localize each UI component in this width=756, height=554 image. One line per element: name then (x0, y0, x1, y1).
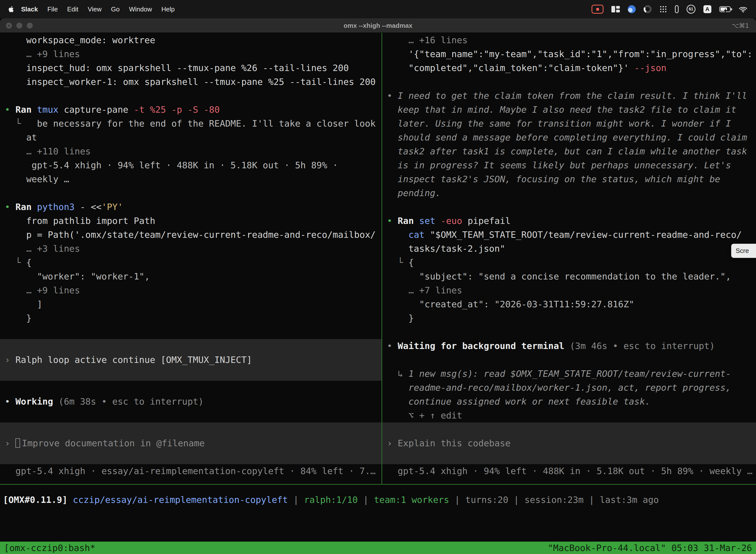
menu-bar: Slack File Edit View Go Window Help 61 A (0, 0, 756, 18)
menu-edit[interactable]: Edit (63, 5, 83, 13)
terminal-line: task2 after task1 is complete, but can I… (382, 145, 756, 158)
menu-window[interactable]: Window (124, 5, 156, 13)
text-segment: | (358, 495, 374, 505)
terminal-line (382, 200, 756, 214)
text-segment: { (26, 258, 32, 268)
dots-grid-icon[interactable] (659, 5, 667, 13)
text-segment: keep that in mind. Maybe I also need the… (387, 105, 737, 115)
text-segment: --json (634, 63, 667, 73)
menu-file[interactable]: File (43, 5, 63, 13)
text-segment: › (5, 355, 15, 365)
text-segment: set (419, 216, 441, 226)
text-segment: inspect_worker-1: omx sparkshell --tmux-… (5, 77, 376, 87)
terminal-pane-right[interactable]: … +16 lines '{"team_name":"my-team","tas… (382, 33, 756, 484)
text-segment: (3m 46s • esc to interrupt) (570, 341, 715, 351)
terminal-line: └ { (0, 256, 381, 270)
terminal-line (0, 423, 381, 436)
terminal-line: p = Path('.omx/state/team/review-current… (0, 228, 381, 242)
text-segment: { (408, 258, 414, 268)
pane-divider-horizontal[interactable] (0, 484, 756, 485)
dark-swirl-icon[interactable] (644, 5, 651, 13)
capsule-icon[interactable] (675, 5, 679, 13)
text-segment: … +7 lines (387, 285, 462, 295)
text-segment: └ (5, 118, 37, 128)
text-segment: └ (5, 258, 26, 268)
ran-python-line: • Ran python3 - <<'PY' (0, 200, 381, 214)
wifi-icon[interactable] (739, 6, 748, 13)
terminal-line (0, 381, 381, 395)
terminal-line: ] (0, 297, 381, 311)
waiting-status-line: • Waiting for background terminal (3m 46… (382, 339, 756, 353)
prompt-input-line[interactable]: › Improve documentation in @filename (0, 436, 381, 450)
terminal-line: pending. (382, 186, 756, 200)
terminal-line (382, 353, 756, 367)
text-segment: be necessary for the end of the README. … (37, 118, 376, 128)
text-segment: "created_at": "2026-03-31T11:59:27.816Z" (387, 299, 634, 309)
terminal-line: } (382, 311, 756, 325)
window-tiling-icon[interactable] (611, 6, 620, 12)
letter-a-badge-icon[interactable]: A (703, 5, 711, 13)
text-segment: continue assigned work or next feasible … (387, 396, 650, 406)
text-segment: task2 after task1 is complete, but can I… (387, 146, 747, 156)
suggestion-line[interactable]: › Explain this codebase (382, 436, 756, 450)
text-segment: (6m 38s • esc to interrupt) (59, 396, 204, 406)
text-segment: I need to get the claim token from the c… (397, 91, 747, 101)
window-shortcut-badge: ⌥⌘1 (732, 18, 749, 33)
menu-app-name[interactable]: Slack (16, 5, 43, 13)
text-segment: "$OMX_TEAM_STATE_ROOT/team/review-curren… (430, 230, 742, 240)
terminal-line: continue assigned work or next feasible … (382, 395, 756, 408)
text-segment: … +110 lines (5, 146, 91, 156)
text-segment: … +9 lines (5, 285, 80, 295)
mailbox-message-line: ↳ 1 new msg(s): read $OMX_TEAM_STATE_ROO… (382, 367, 756, 381)
text-segment: "completed","claim_token":"claim-token"}… (387, 63, 634, 73)
text-segment: | (288, 495, 304, 505)
terminal-line: weekly … (0, 172, 381, 186)
tmux-host-clock-label: "MacBook-Pro-44.local" 05:03 31-Mar-26 (548, 543, 752, 553)
text-segment: • (5, 202, 15, 212)
screen-recording-indicator-icon[interactable] (591, 5, 604, 14)
terminal-line (0, 408, 381, 423)
apple-menu-icon[interactable] (8, 6, 14, 13)
text-segment: -euo (441, 216, 467, 226)
menu-help[interactable]: Help (157, 5, 179, 13)
text-segment: at (5, 132, 37, 143)
text-segment: | (584, 495, 600, 505)
record-dot-icon (596, 8, 599, 11)
text-segment: capture-pane (64, 105, 134, 115)
terminal-line (0, 367, 381, 381)
menu-go[interactable]: Go (107, 5, 125, 13)
window-title-bar[interactable]: × omx --xhigh --madmax ⌥⌘1 (0, 18, 756, 33)
battery-charging-icon[interactable] (719, 6, 731, 12)
text-segment: Ran (15, 105, 37, 115)
text-segment: Ran (397, 216, 419, 226)
screenshot-toast[interactable]: Scre (731, 244, 756, 258)
text-segment: cat (408, 230, 430, 240)
text-segment: "subject": "send a concise recommendatio… (387, 271, 731, 281)
text-segment: python3 (37, 202, 80, 212)
menu-view[interactable]: View (83, 5, 107, 13)
meter-61-icon[interactable]: 61 (687, 5, 695, 14)
text-segment: session:23m (524, 495, 583, 505)
terminal-line (0, 186, 381, 200)
blue-app-icon[interactable] (628, 5, 636, 13)
text-segment: tmux (37, 105, 64, 115)
terminal-line: └ { (382, 256, 756, 270)
text-segment: • (387, 91, 397, 101)
text-segment: inspect task2's JSON, focusing on the st… (387, 174, 720, 184)
ran-tmux-line: • Ran tmux capture-pane -t %25 -p -S -80 (0, 103, 381, 117)
text-segment: is in progress? It seems likely but perh… (387, 160, 731, 170)
terminal-pane-left[interactable]: workspace_mode: worktree … +9 lines insp… (0, 33, 381, 484)
text-segment: Working (15, 396, 58, 406)
terminal-window: × omx --xhigh --madmax ⌥⌘1 workspace_mod… (0, 18, 756, 554)
terminal-line: └ be necessary for the end of the README… (0, 117, 381, 130)
text-segment: 1 new msg(s): read $OMX_TEAM_STATE_ROOT/… (408, 369, 731, 379)
terminal-line (0, 339, 381, 353)
terminal-line: inspect_worker-1: omx sparkshell --tmux-… (0, 75, 381, 89)
terminal-line: "created_at": "2026-03-31T11:59:27.816Z" (382, 297, 756, 311)
text-segment: pipefail (467, 216, 510, 226)
text-segment: Waiting for background terminal (397, 341, 570, 351)
text-segment: } (5, 313, 32, 323)
screenshot-toast-label: Scre (736, 247, 749, 255)
text-segment: last:3m ago (600, 495, 659, 505)
text-segment: ⌥ + ↑ edit (387, 410, 462, 421)
